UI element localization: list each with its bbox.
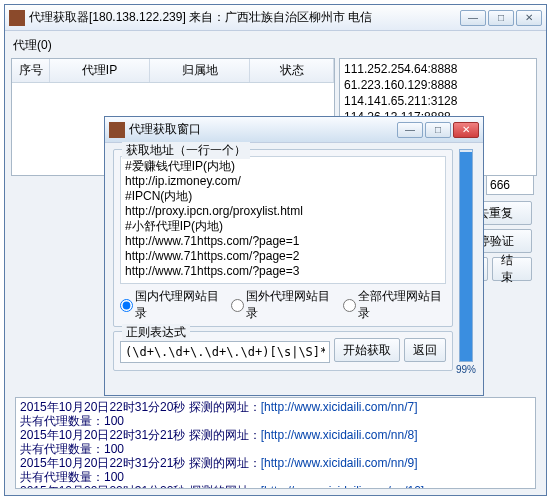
source-group-label: 获取地址（一行一个）: [122, 142, 250, 159]
col-ip[interactable]: 代理IP: [50, 59, 150, 82]
progress-fill: [460, 152, 472, 361]
proxy-count-label: 代理(0): [13, 37, 540, 54]
source-textarea[interactable]: #爱赚钱代理IP(内地)http://ip.izmoney.com/ #IPCN…: [120, 156, 446, 284]
thread-input[interactable]: [486, 175, 534, 195]
log-line: 2015年10月20日22时31分21秒 探测的网址：[http://www.x…: [20, 456, 531, 470]
progress-column: 99%: [457, 149, 475, 375]
dialog-maximize-button[interactable]: □: [425, 122, 451, 138]
log-line: 2015年10月20日22时31分21秒 探测的网址：[http://www.x…: [20, 428, 531, 442]
ip-item: 61.223.160.129:8888: [344, 77, 532, 93]
log-line: 共有代理数量：100: [20, 470, 531, 484]
radio-all[interactable]: 全部代理网站目录: [343, 288, 446, 322]
log-area[interactable]: 2015年10月20日22时31分20秒 探测的网址：[http://www.x…: [15, 397, 536, 489]
progress-bar: [459, 149, 473, 362]
source-group: 获取地址（一行一个） #爱赚钱代理IP(内地)http://ip.izmoney…: [113, 149, 453, 327]
log-line: 2015年10月20日22时31分22秒 探测的网址：[http://www.x…: [20, 484, 531, 489]
regex-input[interactable]: [120, 341, 330, 363]
main-titlebar[interactable]: 代理获取器[180.138.122.239] 来自：广西壮族自治区柳州市 电信 …: [5, 5, 546, 31]
main-title: 代理获取器[180.138.122.239] 来自：广西壮族自治区柳州市 电信: [29, 9, 460, 26]
radio-domestic[interactable]: 国内代理网站目录: [120, 288, 223, 322]
regex-group: 正则表达式 开始获取 返回: [113, 331, 453, 371]
ip-item: 111.252.254.64:8888: [344, 61, 532, 77]
start-fetch-button[interactable]: 开始获取: [334, 338, 400, 362]
dialog-title: 代理获取窗口: [129, 121, 397, 138]
back-button[interactable]: 返回: [404, 338, 446, 362]
close-button[interactable]: ✕: [516, 10, 542, 26]
log-line: 共有代理数量：100: [20, 442, 531, 456]
minimize-button[interactable]: —: [460, 10, 486, 26]
col-location[interactable]: 归属地: [150, 59, 250, 82]
radio-foreign[interactable]: 国外代理网站目录: [231, 288, 334, 322]
app-icon: [9, 10, 25, 26]
dialog-icon: [109, 122, 125, 138]
dialog-titlebar[interactable]: 代理获取窗口 — □ ✕: [105, 117, 483, 143]
dialog-minimize-button[interactable]: —: [397, 122, 423, 138]
fetch-dialog: 代理获取窗口 — □ ✕ 获取地址（一行一个） #爱赚钱代理IP(内地)http…: [104, 116, 484, 396]
ip-item: 114.141.65.211:3128: [344, 93, 532, 109]
end-button[interactable]: 结束: [492, 257, 532, 281]
regex-group-label: 正则表达式: [122, 324, 190, 341]
col-index[interactable]: 序号: [12, 59, 50, 82]
maximize-button[interactable]: □: [488, 10, 514, 26]
log-line: 共有代理数量：100: [20, 414, 531, 428]
progress-text: 99%: [456, 364, 476, 375]
col-status[interactable]: 状态: [250, 59, 334, 82]
log-line: 2015年10月20日22时31分20秒 探测的网址：[http://www.x…: [20, 400, 531, 414]
dialog-close-button[interactable]: ✕: [453, 122, 479, 138]
